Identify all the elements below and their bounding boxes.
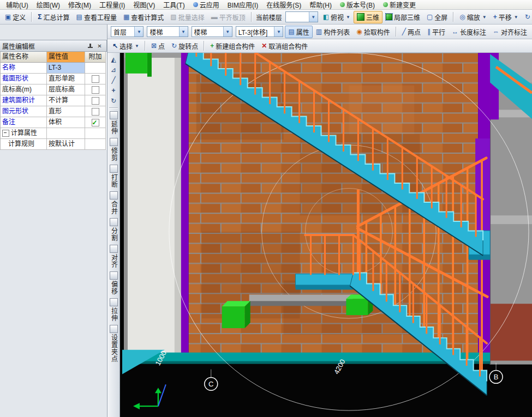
cancel-group-button[interactable]: ✕取消组合构件 <box>258 40 311 52</box>
chevron-down-icon[interactable]: ▼ <box>134 27 143 37</box>
menu-modify[interactable]: 修改(M) <box>64 0 95 10</box>
align-dim-icon: ⇔ <box>493 28 499 35</box>
top-view-icon: ◧ <box>323 14 329 20</box>
three-d-button[interactable]: 三维 <box>354 11 382 23</box>
point-button[interactable]: ⊠点 <box>148 40 168 52</box>
tool-split[interactable]: 分割 <box>110 216 118 243</box>
col-header-name: 属性名称 <box>1 52 47 63</box>
floor-combo[interactable]: 首层▼ <box>111 26 144 37</box>
length-dim-button[interactable]: ↔长度标注 <box>449 26 489 38</box>
define-button[interactable]: ▣定义 <box>2 11 29 23</box>
view-quantity-button[interactable]: ▤查看工程量 <box>73 11 120 23</box>
top-view-button[interactable]: ◧俯视▼ <box>320 11 354 23</box>
separator <box>251 12 252 22</box>
menu-version[interactable]: 版本号(B) <box>336 0 379 10</box>
menu-cloud-apps[interactable]: 云应用 <box>189 0 223 10</box>
tool-mirror[interactable]: ◭ <box>111 55 116 65</box>
partial-3d-button[interactable]: 局部三维 <box>382 11 423 23</box>
separator <box>453 12 454 22</box>
menu-help[interactable]: 帮助(H) <box>306 0 336 10</box>
screen-rotate-button[interactable]: ↻屏幕旋转 <box>522 11 532 23</box>
menu-view[interactable]: 视图(V) <box>129 0 159 10</box>
menu-draw[interactable]: 绘图(W) <box>33 0 64 10</box>
pin-icon <box>88 43 93 49</box>
parallel-button[interactable]: ∥平行 <box>424 26 449 38</box>
chevron-down-icon: ▼ <box>482 15 487 20</box>
tool-extend[interactable]: 延伸 <box>110 110 118 136</box>
close-button[interactable]: ✕ <box>95 41 104 50</box>
pick-component-button[interactable]: ◉拾取构件 <box>353 26 393 38</box>
point-icon: ⊠ <box>151 43 157 49</box>
tool-align[interactable]: 对齐 <box>110 243 118 270</box>
zoom-button[interactable]: ◎缩放▼ <box>456 11 489 23</box>
menu-quantity[interactable]: 工程量(I) <box>95 0 129 10</box>
split-icon <box>110 218 118 226</box>
attach-checkbox[interactable] <box>92 108 99 116</box>
col-header-value[interactable]: 属性值 <box>47 52 85 63</box>
separator <box>204 41 205 51</box>
attach-checkbox[interactable] <box>92 75 99 83</box>
batch-select-button[interactable]: ▧批量选择 <box>167 11 207 23</box>
trim-icon <box>110 138 118 146</box>
move-icon: + <box>111 87 115 94</box>
current-floor-label: 当前楼层 <box>254 13 284 22</box>
view-formula-button[interactable]: ▦查看计算式 <box>120 11 167 23</box>
type-combo[interactable]: 楼梯▼ <box>192 26 232 37</box>
property-panel: 属性编辑框 ✕ 属性名称 属性值 附加 名称 LT-3 截面形状 直形单跑 <box>0 25 107 417</box>
tool-merge[interactable]: 合并 <box>110 190 118 216</box>
select-button[interactable]: ↖选择▼ <box>109 40 142 52</box>
value-cell-selected[interactable]: LT-3 <box>47 63 85 74</box>
summary-calc-button[interactable]: Σ汇总计算 <box>34 11 73 23</box>
category-combo[interactable]: 楼梯▼ <box>147 26 188 37</box>
pan-button[interactable]: +平移▼ <box>490 11 522 23</box>
tool-trim[interactable]: 修剪 <box>110 136 118 163</box>
attach-checkbox[interactable] <box>92 97 99 105</box>
separator <box>31 12 32 22</box>
rotate-point-button[interactable]: ↻旋转点 <box>168 40 201 52</box>
properties-button[interactable]: ▤属性 <box>285 26 312 38</box>
pin-button[interactable] <box>86 41 95 50</box>
two-point-button[interactable]: ╱两点 <box>399 26 424 38</box>
rotate-point-icon: ↻ <box>171 43 177 49</box>
view-formula-icon: ▦ <box>123 14 129 20</box>
element-combo[interactable]: LT-3[体移]▼ <box>236 26 284 37</box>
menu-new-change[interactable]: 新建变更 <box>379 0 420 10</box>
full-screen-button[interactable]: ▢全屏 <box>423 11 451 23</box>
cloud-icon <box>193 2 198 7</box>
tool-stretch[interactable]: 拉伸 <box>110 297 118 323</box>
green-block-left <box>222 301 250 328</box>
menu-auxiliary[interactable]: 辅助(U) <box>2 0 32 10</box>
tool-set-grip[interactable]: 设置夹点 <box>110 323 118 364</box>
rotate-icon: ↻ <box>111 98 116 105</box>
component-list-button[interactable]: ▥构件列表 <box>313 26 353 38</box>
menu-bim-apps[interactable]: BIM应用(I) <box>224 0 262 10</box>
cube-3d-icon <box>357 13 364 21</box>
chevron-down-icon[interactable]: ▼ <box>309 12 318 22</box>
green-block-top <box>125 53 152 77</box>
chevron-down-icon: ▼ <box>135 44 139 49</box>
tool-break[interactable]: 打断 <box>110 163 118 190</box>
tool-move[interactable]: + <box>111 86 115 96</box>
align-slab-top-icon: ▬ <box>211 14 218 20</box>
menu-online-service[interactable]: 在线服务(S) <box>262 0 305 10</box>
tool-offset[interactable]: 偏移 <box>110 270 118 297</box>
chevron-down-icon[interactable]: ▼ <box>223 27 232 37</box>
chevron-down-icon[interactable]: ▼ <box>179 27 188 37</box>
attach-checkbox-checked[interactable] <box>92 119 99 126</box>
collapse-icon[interactable] <box>2 130 9 137</box>
menu-tools[interactable]: 工具(T) <box>159 0 188 10</box>
tool-line[interactable]: ╱ <box>111 75 115 86</box>
chevron-down-icon[interactable]: ▼ <box>274 27 283 37</box>
attach-checkbox[interactable] <box>92 86 99 94</box>
new-group-button[interactable]: +新建组合构件 <box>207 40 258 52</box>
align-dim-button[interactable]: ⇔对齐标注 <box>489 26 530 38</box>
align-slab-top-button[interactable]: ▬平齐板顶 <box>208 11 249 23</box>
viewport-3d-scene[interactable]: C B 1000 4200 <box>120 53 532 417</box>
current-floor-combo[interactable]: ▼ <box>285 11 318 22</box>
cancel-group-icon: ✕ <box>261 43 267 49</box>
edit-toolbar: ◭ ⊿ ╱ + ↻ 延伸 修剪 打断 合并 分割 对齐 偏移 拉伸 设置夹点 <box>107 53 120 417</box>
application-window: 辅助(U) 绘图(W) 修改(M) 工程量(I) 视图(V) 工具(T) 云应用… <box>0 0 532 417</box>
tool-rotate[interactable]: ↻ <box>111 96 116 106</box>
viewport-3d[interactable]: C B 1000 4200 <box>120 53 532 417</box>
tool-fillet[interactable]: ⊿ <box>111 65 116 75</box>
